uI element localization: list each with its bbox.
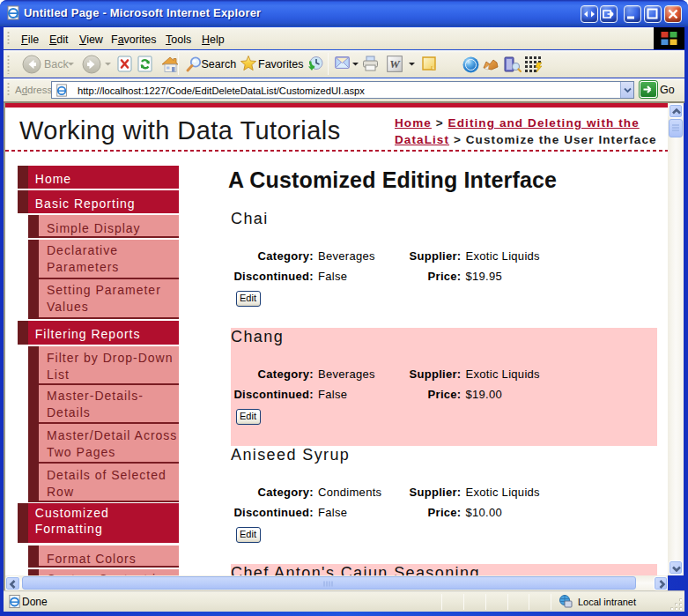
svg-text:W: W [389, 57, 401, 71]
